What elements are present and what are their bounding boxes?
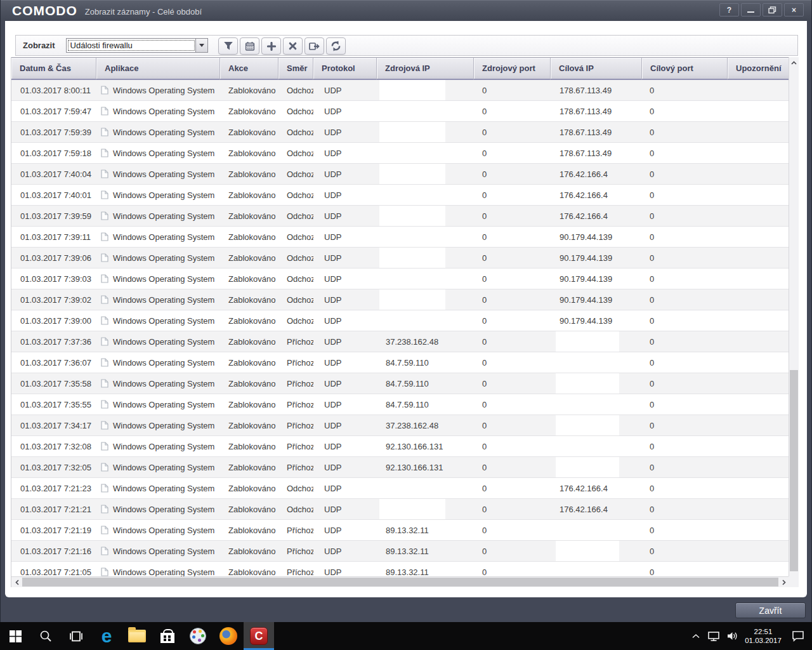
cell-application: Windows Operating System bbox=[96, 331, 220, 352]
table-row[interactable]: 01.03.2017 7:32:05Windows Operating Syst… bbox=[11, 457, 789, 478]
window-title: Zobrazit záznamy - Celé období bbox=[85, 7, 202, 17]
firefox-button[interactable] bbox=[213, 622, 244, 650]
start-button[interactable] bbox=[0, 622, 30, 650]
cell-action: Zablokováno bbox=[220, 122, 278, 143]
filter-button[interactable] bbox=[218, 37, 238, 55]
column-header-protocol[interactable]: Protokol bbox=[313, 57, 377, 80]
vertical-scroll-thumb[interactable] bbox=[790, 370, 798, 571]
cell-source-port: 0 bbox=[474, 457, 551, 478]
cell-protocol: UDP bbox=[313, 289, 377, 310]
search-button[interactable] bbox=[30, 622, 61, 650]
file-icon bbox=[101, 190, 108, 199]
column-header-application[interactable]: Aplikace bbox=[96, 57, 220, 80]
column-header-direction[interactable]: Směr bbox=[278, 57, 313, 80]
vertical-scrollbar[interactable] bbox=[789, 57, 799, 587]
table-row[interactable]: 01.03.2017 7:40:04Windows Operating Syst… bbox=[11, 164, 789, 185]
cell-dest-ip bbox=[551, 520, 642, 541]
network-tray-button[interactable] bbox=[704, 622, 723, 650]
table-row[interactable]: 01.03.2017 7:40:01Windows Operating Syst… bbox=[11, 185, 789, 206]
table-row[interactable]: 01.03.2017 7:59:47Windows Operating Syst… bbox=[11, 101, 789, 122]
chevron-down-icon bbox=[199, 44, 204, 47]
table-row[interactable]: 01.03.2017 7:39:02Windows Operating Syst… bbox=[11, 289, 789, 310]
scroll-right-button[interactable] bbox=[778, 577, 789, 587]
table-row[interactable]: 01.03.2017 7:39:06Windows Operating Syst… bbox=[11, 248, 789, 269]
table-row[interactable]: 01.03.2017 7:39:03Windows Operating Syst… bbox=[11, 269, 789, 289]
cell-application: Windows Operating System bbox=[96, 478, 220, 499]
tray-expand-button[interactable] bbox=[688, 622, 704, 650]
cell-datetime: 01.03.2017 7:39:06 bbox=[11, 248, 96, 269]
table-row[interactable]: 01.03.2017 7:39:00Windows Operating Syst… bbox=[11, 310, 789, 331]
table-row[interactable]: 01.03.2017 7:35:58Windows Operating Syst… bbox=[11, 373, 789, 394]
minimize-button[interactable] bbox=[741, 3, 761, 17]
table-row[interactable]: 01.03.2017 7:59:18Windows Operating Syst… bbox=[11, 143, 789, 164]
calendar-button[interactable] bbox=[240, 37, 259, 55]
dropdown-arrow-button[interactable] bbox=[195, 39, 207, 52]
redaction-box bbox=[556, 415, 619, 436]
table-row[interactable]: 01.03.2017 7:21:23Windows Operating Syst… bbox=[11, 478, 789, 499]
cell-source-port: 0 bbox=[474, 143, 551, 164]
column-header-source-ip[interactable]: Zdrojová IP bbox=[377, 57, 474, 80]
store-button[interactable] bbox=[152, 622, 183, 650]
table-row[interactable]: 01.03.2017 7:34:17Windows Operating Syst… bbox=[11, 415, 789, 436]
close-dialog-label: Zavřít bbox=[759, 606, 782, 616]
horizontal-scrollbar[interactable] bbox=[11, 576, 789, 587]
toolbar: Zobrazit Události firewallu bbox=[15, 35, 798, 56]
file-icon bbox=[101, 567, 108, 576]
delete-button[interactable] bbox=[283, 37, 303, 55]
add-button[interactable] bbox=[261, 37, 281, 55]
cell-dest-port: 0 bbox=[642, 185, 728, 206]
volume-tray-button[interactable] bbox=[723, 622, 742, 650]
comodo-icon: C bbox=[250, 627, 268, 645]
table-row[interactable]: 01.03.2017 7:35:55Windows Operating Syst… bbox=[11, 394, 789, 415]
column-header-datetime[interactable]: Datum & Čas bbox=[11, 57, 96, 80]
task-view-button[interactable] bbox=[61, 622, 91, 650]
table-row[interactable]: 01.03.2017 7:39:59Windows Operating Syst… bbox=[11, 206, 789, 227]
table-row[interactable]: 01.03.2017 8:00:11Windows Operating Syst… bbox=[11, 80, 789, 101]
cell-alert bbox=[728, 289, 789, 310]
close-button[interactable]: × bbox=[784, 3, 804, 17]
table-row[interactable]: 01.03.2017 7:59:39Windows Operating Syst… bbox=[11, 122, 789, 143]
column-header-alert[interactable]: Upozornění bbox=[728, 57, 789, 80]
file-explorer-button[interactable] bbox=[122, 622, 152, 650]
table-row[interactable]: 01.03.2017 7:37:36Windows Operating Syst… bbox=[11, 331, 789, 352]
cell-dest-port: 0 bbox=[642, 436, 728, 457]
help-button[interactable]: ? bbox=[719, 3, 739, 17]
scroll-left-button[interactable] bbox=[11, 577, 22, 587]
cell-action: Zablokováno bbox=[220, 478, 278, 499]
cell-source-port: 0 bbox=[474, 310, 551, 331]
cell-dest-port: 0 bbox=[642, 122, 728, 143]
edge-button[interactable]: e bbox=[91, 622, 122, 650]
cell-dest-port: 0 bbox=[642, 80, 728, 101]
cell-datetime: 01.03.2017 7:37:36 bbox=[11, 331, 96, 352]
cell-action: Zablokováno bbox=[220, 352, 278, 373]
file-icon bbox=[101, 253, 108, 262]
file-icon bbox=[101, 442, 108, 451]
scroll-up-button[interactable] bbox=[789, 57, 799, 68]
action-center-button[interactable] bbox=[784, 622, 812, 650]
column-header-dest-ip[interactable]: Cílová IP bbox=[551, 57, 642, 80]
restore-button[interactable] bbox=[763, 3, 782, 17]
comodo-taskbar-button[interactable]: C bbox=[244, 622, 274, 650]
view-dropdown[interactable]: Události firewallu bbox=[66, 38, 208, 53]
column-header-dest-port[interactable]: Cílový port bbox=[642, 57, 728, 80]
export-button[interactable] bbox=[304, 37, 324, 55]
table-row[interactable]: 01.03.2017 7:21:16Windows Operating Syst… bbox=[11, 541, 789, 562]
table-row[interactable]: 01.03.2017 7:39:11Windows Operating Syst… bbox=[11, 227, 789, 248]
cell-dest-ip: 90.179.44.139 bbox=[551, 289, 642, 310]
column-header-source-port[interactable]: Zdrojový port bbox=[474, 57, 551, 80]
refresh-button[interactable] bbox=[326, 37, 346, 55]
table-row[interactable]: 01.03.2017 7:32:08Windows Operating Syst… bbox=[11, 436, 789, 457]
application-name: Windows Operating System bbox=[113, 567, 214, 577]
close-dialog-button[interactable]: Zavřít bbox=[735, 602, 806, 618]
file-icon bbox=[101, 463, 108, 472]
table-row[interactable]: 01.03.2017 7:36:07Windows Operating Syst… bbox=[11, 352, 789, 373]
cell-dest-port: 0 bbox=[642, 520, 728, 541]
table-row[interactable]: 01.03.2017 7:21:19Windows Operating Syst… bbox=[11, 520, 789, 541]
horizontal-scroll-thumb[interactable] bbox=[22, 578, 778, 587]
paint-button[interactable] bbox=[183, 622, 213, 650]
column-header-action[interactable]: Akce bbox=[220, 57, 278, 80]
firefox-icon bbox=[219, 627, 237, 645]
taskbar-clock[interactable]: 22:51 01.03.2017 bbox=[742, 622, 784, 650]
table-row[interactable]: 01.03.2017 7:21:21Windows Operating Syst… bbox=[11, 499, 789, 520]
redaction-box bbox=[379, 289, 445, 310]
